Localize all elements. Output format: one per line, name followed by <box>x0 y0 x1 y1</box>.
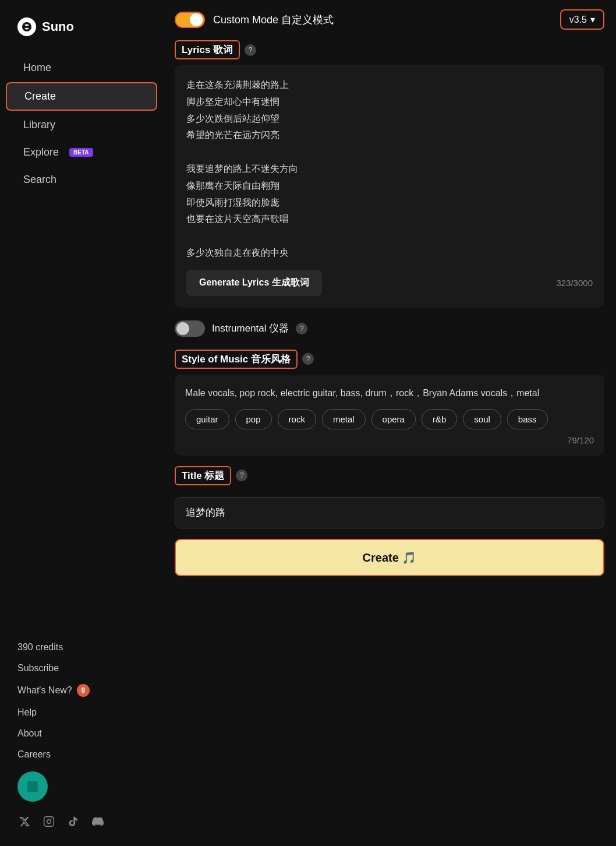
sidebar-item-home[interactable]: Home <box>6 55 157 81</box>
tag-btn-metal[interactable]: metal <box>322 409 366 429</box>
lyrics-help-icon[interactable]: ? <box>245 44 256 56</box>
top-bar: Custom Mode 自定义模式 v3.5 ▾ <box>175 9 604 30</box>
lyrics-char-count: 323/3000 <box>556 278 593 288</box>
tiktok-icon[interactable] <box>66 815 80 829</box>
instrumental-help-icon[interactable]: ? <box>296 323 307 334</box>
version-label: v3.5 <box>569 15 587 25</box>
title-label-text: Title 标题 <box>175 466 231 485</box>
instrumental-label: Instrumental 仪器 <box>212 322 289 335</box>
version-button[interactable]: v3.5 ▾ <box>560 9 604 30</box>
custom-mode-toggle[interactable] <box>175 12 205 28</box>
custom-mode-section: Custom Mode 自定义模式 <box>175 12 334 28</box>
svg-point-0 <box>22 22 31 31</box>
social-icons <box>6 809 157 834</box>
help-link[interactable]: Help <box>6 703 157 722</box>
main-content: Custom Mode 自定义模式 v3.5 ▾ Lyrics 歌词 ? 走在这… <box>163 0 616 846</box>
tag-btn-bass[interactable]: bass <box>507 409 548 429</box>
instrumental-knob <box>176 322 189 335</box>
create-label: Create <box>24 90 56 103</box>
avatar[interactable] <box>17 771 48 802</box>
instrumental-toggle[interactable] <box>175 320 205 337</box>
tag-btn-pop[interactable]: pop <box>235 409 272 429</box>
beta-badge: BETA <box>69 148 93 157</box>
style-box: Male vocals, pop rock, electric guitar, … <box>175 375 604 456</box>
search-label: Search <box>23 174 56 186</box>
style-char-count: 79/120 <box>567 435 594 445</box>
title-section-label: Title 标题 ? <box>175 466 604 485</box>
title-input[interactable] <box>175 497 604 528</box>
style-tags-row: guitarpoprockmetaloperar&bsoulbass <box>185 409 594 429</box>
discord-icon[interactable] <box>91 815 105 829</box>
style-content[interactable]: Male vocals, pop rock, electric guitar, … <box>185 385 594 401</box>
generate-lyrics-button[interactable]: Generate Lyrics 生成歌词 <box>186 270 322 296</box>
notification-badge: 8 <box>77 684 90 697</box>
about-link[interactable]: About <box>6 724 157 743</box>
style-footer: 79/120 <box>185 435 594 445</box>
subscribe-link[interactable]: Subscribe <box>6 658 157 678</box>
title-help-icon[interactable]: ? <box>236 470 247 481</box>
sidebar-item-create[interactable]: Create <box>6 82 157 111</box>
lyrics-box: 走在这条充满荆棘的路上 脚步坚定却心中有迷惘 多少次跌倒后站起仰望 希望的光芒在… <box>175 65 604 308</box>
title-section: Title 标题 ? <box>175 466 604 528</box>
tag-btn-soul[interactable]: soul <box>463 409 501 429</box>
sidebar-bottom: 390 credits Subscribe What's New? 8 Help… <box>0 637 163 834</box>
dropdown-chevron: ▾ <box>590 14 595 25</box>
sidebar: Suno Home Create Library Explore BETA Se… <box>0 0 163 846</box>
explore-label: Explore <box>23 146 59 158</box>
app-name: Suno <box>42 19 74 34</box>
toggle-knob <box>190 13 203 26</box>
lyrics-footer: Generate Lyrics 生成歌词 323/3000 <box>186 270 593 296</box>
sidebar-item-library[interactable]: Library <box>6 112 157 138</box>
style-section-label: Style of Music 音乐风格 ? <box>175 350 604 369</box>
tag-btn-opera[interactable]: opera <box>371 409 416 429</box>
lyrics-content[interactable]: 走在这条充满荆棘的路上 脚步坚定却心中有迷惘 多少次跌倒后站起仰望 希望的光芒在… <box>186 77 593 262</box>
main-nav: Home Create Library Explore BETA Search <box>0 54 163 194</box>
lyrics-label-text: Lyrics 歌词 <box>175 40 240 59</box>
whats-new-item[interactable]: What's New? 8 <box>6 679 157 702</box>
credits-display: 390 credits <box>6 637 157 657</box>
lyrics-section-label: Lyrics 歌词 ? <box>175 40 604 59</box>
svg-point-2 <box>47 820 51 824</box>
whats-new-label: What's New? <box>17 685 72 696</box>
home-label: Home <box>23 62 51 74</box>
tag-btn-r&b[interactable]: r&b <box>422 409 457 429</box>
create-button[interactable]: Create 🎵 <box>175 539 604 576</box>
avatar-icon <box>27 781 38 792</box>
careers-link[interactable]: Careers <box>6 745 157 764</box>
svg-rect-1 <box>44 817 54 827</box>
tag-btn-guitar[interactable]: guitar <box>185 409 229 429</box>
custom-mode-label: Custom Mode 自定义模式 <box>213 13 334 27</box>
library-label: Library <box>23 119 55 131</box>
style-label-text: Style of Music 音乐风格 <box>175 350 298 369</box>
twitter-icon[interactable] <box>17 815 31 829</box>
instrumental-row: Instrumental 仪器 ? <box>175 318 604 339</box>
svg-point-3 <box>51 819 52 820</box>
tag-btn-rock[interactable]: rock <box>278 409 316 429</box>
create-label: Create 🎵 <box>363 551 417 565</box>
style-help-icon[interactable]: ? <box>302 353 314 365</box>
app-logo: Suno <box>0 12 163 54</box>
sidebar-item-explore[interactable]: Explore BETA <box>6 139 157 165</box>
sidebar-item-search[interactable]: Search <box>6 167 157 193</box>
logo-icon <box>17 17 36 36</box>
instagram-icon[interactable] <box>42 815 56 829</box>
